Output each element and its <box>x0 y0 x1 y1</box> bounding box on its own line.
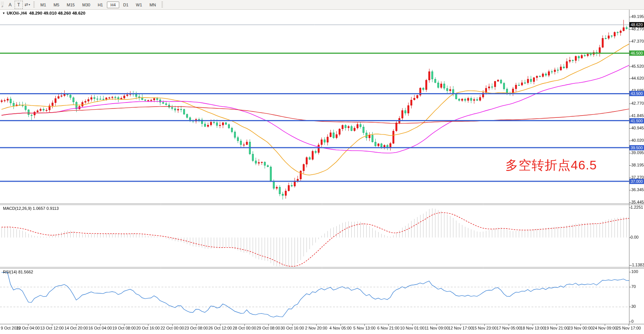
price-badge: 41.500 <box>629 118 644 123</box>
timeframe-button-d1[interactable]: D1 <box>120 1 132 8</box>
price-tick-label: 45.520 <box>631 64 644 68</box>
price-tick-label: 35.445 <box>631 200 644 204</box>
high-value: 49.010 <box>43 11 56 15</box>
timeframe-button-mn[interactable]: MN <box>146 1 159 8</box>
time-axis-label: 29 Oct 08:00 <box>257 326 280 330</box>
macd-axis-label: 1.2251 <box>631 205 643 209</box>
symbol-ohlc-line[interactable]: ▼UKOil-,H4 48.290 49.010 48.260 48.620 <box>2 11 85 15</box>
time-axis-label: 13 Oct 12:00 <box>40 326 64 330</box>
price-tick-label: 36.345 <box>631 187 644 192</box>
time-axis-label: 16 Oct 04:00 <box>89 326 112 330</box>
time-axis-label: 26 Oct 12:00 <box>209 326 232 330</box>
price-badge: 43.500 <box>629 91 644 96</box>
toolbar-grip-f[interactable]: F <box>1 1 4 8</box>
rsi-value: 81.5662 <box>18 270 33 274</box>
time-axis-label: 12 Oct 04:00 <box>16 326 40 330</box>
arrows-style-icon: ⇄ <box>24 2 28 7</box>
time-axis-label: 20 Oct 16:00 <box>136 326 160 330</box>
toolbar-grip[interactable] <box>33 1 35 8</box>
timeframe-button-m15[interactable]: M15 <box>64 1 78 8</box>
time-axis-label: 23 Nov 00:00 <box>568 326 592 330</box>
time-axis-label: 11 Nov 09:00 <box>425 326 449 330</box>
price-tick-label: 40.945 <box>631 126 644 130</box>
macd-name: MACD(12,26,9) <box>3 206 31 211</box>
timeframe-button-m30[interactable]: M30 <box>79 1 93 8</box>
price-tick-label: 44.620 <box>631 76 644 80</box>
time-axis-label: 19 Oct 08:00 <box>113 326 136 330</box>
time-axis-label: 2 Nov 20:00 <box>305 326 327 330</box>
time-axis-label: 12 Nov 17:00 <box>448 326 472 330</box>
price-tick-label: 40.020 <box>631 138 644 143</box>
time-axis-label: 10 Nov 01:00 <box>400 326 424 330</box>
time-axis-label: 14 Oct 20:00 <box>65 326 88 330</box>
time-axis-label: 23 Oct 08:00 <box>185 326 208 330</box>
time-axis-label: 15 Nov 23:00 <box>472 326 496 330</box>
price-badge: 46.500 <box>629 50 644 56</box>
text-tool-button[interactable]: A <box>6 1 14 9</box>
price-badge: 48.620 <box>629 22 644 27</box>
textbox-tool-button[interactable]: T <box>15 1 23 9</box>
chevron-down-icon: ▾ <box>29 3 30 6</box>
price-tick-label: 38.195 <box>631 163 644 167</box>
time-axis-label: 6 Nov 21:00 <box>377 326 399 330</box>
price-tick-label: 41.845 <box>631 113 644 118</box>
timeframe-button-h4[interactable]: H4 <box>107 1 119 8</box>
time-axis-label: 30 Oct 16:00 <box>281 326 304 330</box>
time-axis-label: 18 Nov 13:00 <box>520 326 545 330</box>
toolbar: F A T ⇄ ▾ M1M5M15M30H1H4D1W1MN <box>0 0 644 10</box>
toolbar-grip[interactable] <box>161 1 163 8</box>
time-axis-label: 22 Oct 00:00 <box>161 326 184 330</box>
macd-indicator-label: MACD(12,26,9) 1.0657 0.9113 <box>3 206 59 211</box>
rsi-axis-label: 70 <box>631 284 644 289</box>
grip-f-label: F <box>2 5 4 8</box>
price-tick-label: 49.195 <box>631 14 644 19</box>
macd-axis-label: -1.1383 <box>631 263 643 267</box>
rsi-axis-label: 0 <box>631 319 644 324</box>
price-tick-label: 39.095 <box>631 150 644 155</box>
macd-signal-value: 0.9113 <box>46 206 59 211</box>
macd-main-value: 1.0657 <box>33 206 45 211</box>
timeframe-button-w1[interactable]: W1 <box>133 1 146 8</box>
terminal-window: F A T ⇄ ▾ M1M5M15M30H1H4D1W1MN ▼UKOil-,H… <box>0 0 644 334</box>
time-axis-label: 24 Nov 09:00 <box>592 326 617 330</box>
timeframe-group: M1M5M15M30H1H4D1W1MN <box>37 1 160 8</box>
price-tick-label: 42.770 <box>631 101 644 105</box>
time-axis-label: 25 Nov 17:00 <box>616 326 641 330</box>
open-value: 48.290 <box>29 11 42 15</box>
close-value: 48.620 <box>72 11 85 15</box>
rsi-axis-label: 100 <box>631 269 644 274</box>
timeframe-button-h1[interactable]: H1 <box>94 1 106 8</box>
time-axis-label: 19 Nov 21:00 <box>544 326 568 330</box>
timeframe-button-m5[interactable]: M5 <box>50 1 62 8</box>
arrows-tool-button[interactable]: ⇄ ▾ <box>24 1 31 9</box>
price-badge: 39.500 <box>629 145 644 150</box>
chart-annotation-text: 多空转折点46.5 <box>505 157 597 174</box>
grip-dots-icon <box>1 1 4 5</box>
symbol-name: UKOil-,H4 <box>7 11 27 15</box>
time-axis-label: 28 Oct 00:00 <box>233 326 256 330</box>
low-value: 48.260 <box>58 11 71 15</box>
rsi-indicator-label: RSI(14) 81.5662 <box>3 270 33 274</box>
rsi-name: RSI(14) <box>3 270 17 274</box>
time-axis-label: 4 Nov 05:00 <box>329 326 351 330</box>
price-badge: 37.000 <box>629 179 644 184</box>
time-axis-label: 17 Nov 05:00 <box>496 326 521 330</box>
time-axis-label: 5 Nov 13:00 <box>353 326 375 330</box>
macd-axis-label: 0.00 <box>631 235 643 239</box>
rsi-axis-label: 30 <box>631 304 644 309</box>
chevron-down-icon: ▼ <box>2 12 5 15</box>
price-tick-label: 47.370 <box>631 39 644 43</box>
timeframe-button-m1[interactable]: M1 <box>37 1 49 8</box>
